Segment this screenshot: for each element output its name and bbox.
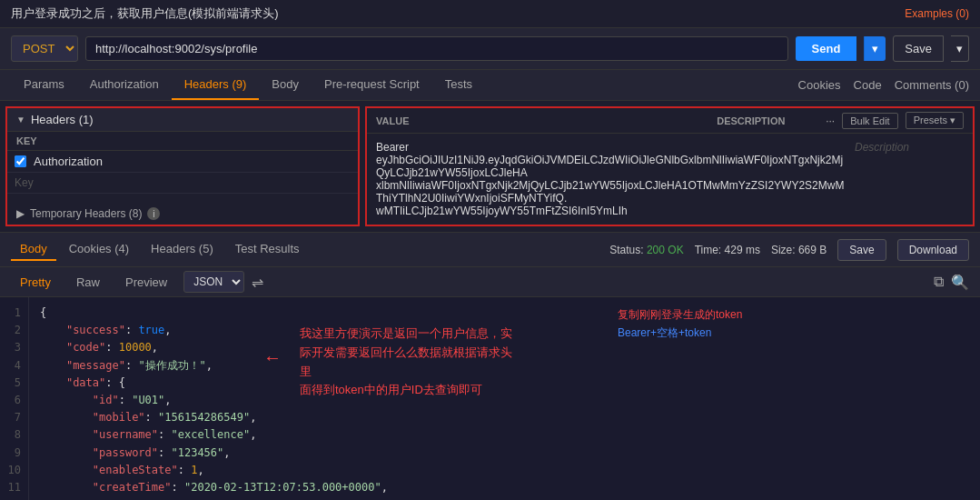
code-line-11: "createTime": "2020-02-13T12:07:53.000+0…: [40, 479, 969, 496]
description-placeholder[interactable]: Description: [855, 141, 964, 217]
code-area: 123456789101112 { "success": true, "code…: [0, 297, 980, 500]
format-tab-raw[interactable]: Raw: [67, 272, 109, 293]
header-row-authorization: Authorization: [7, 151, 358, 173]
authorization-checkbox[interactable]: [15, 155, 26, 167]
status-label: Status: 200 OK: [609, 244, 683, 256]
collapse-icon[interactable]: ▼: [16, 115, 25, 125]
examples-link[interactable]: Examples (0): [905, 7, 969, 20]
key-column-header: KEY: [16, 135, 349, 146]
response-tab-cookies[interactable]: Cookies (4): [60, 238, 138, 261]
code-line-8: "username": "excellence",: [40, 426, 969, 444]
tab-tests[interactable]: Tests: [432, 70, 485, 100]
method-select[interactable]: POST GET: [11, 35, 78, 62]
authorization-key: Authorization: [34, 155, 351, 168]
code-line-4: "message": "操作成功！",: [40, 357, 969, 375]
time-value: Time: 429 ms: [695, 244, 760, 256]
format-tab-preview[interactable]: Preview: [116, 272, 176, 293]
response-tab-headers[interactable]: Headers (5): [142, 238, 223, 261]
headers-panel-title: ▼ Headers (1): [7, 108, 358, 132]
headers-content-area: ▼ Headers (1) KEY Authorization Key ▶ Te…: [0, 101, 980, 233]
response-tab-tests[interactable]: Test Results: [226, 238, 309, 261]
cookies-link[interactable]: Cookies: [798, 78, 841, 92]
size-value: Size: 669 B: [771, 244, 827, 256]
tab-headers[interactable]: Headers (9): [172, 70, 260, 100]
tab-body[interactable]: Body: [259, 70, 312, 100]
headers-table-header: KEY: [7, 132, 358, 151]
expand-icon: ▶: [16, 207, 25, 220]
header-row-new: Key: [7, 173, 358, 194]
code-line-12: ...: [40, 496, 969, 500]
code-line-1: {: [40, 305, 969, 322]
response-tab-body[interactable]: Body: [11, 238, 56, 261]
request-tabs: Params Authorization Headers (9) Body Pr…: [0, 70, 980, 101]
value-column-header: VALUE: [376, 115, 717, 126]
url-bar: POST GET Send ▾ Save ▾: [0, 28, 980, 70]
request-title: 用户登录成功之后，获取用户信息(模拟前端请求头): [11, 5, 279, 22]
format-tab-pretty[interactable]: Pretty: [11, 272, 60, 293]
line-numbers: 123456789101112: [0, 297, 29, 500]
send-dropdown-button[interactable]: ▾: [864, 36, 886, 61]
key-placeholder[interactable]: Key: [15, 176, 351, 189]
headers-panel-label: Headers (1): [31, 113, 94, 126]
comments-link[interactable]: Comments (0): [895, 78, 969, 92]
headers-panel: ▼ Headers (1) KEY Authorization Key ▶ Te…: [5, 106, 360, 226]
presets-button[interactable]: Presets ▾: [906, 112, 964, 129]
tab-prerequest[interactable]: Pre-request Script: [312, 70, 432, 100]
save-response-button[interactable]: Save: [837, 239, 886, 261]
code-line-6: "id": "U01",: [40, 392, 969, 409]
temp-headers-label: Temporary Headers (8): [30, 207, 142, 220]
tab-authorization[interactable]: Authorization: [77, 70, 172, 100]
tab-params[interactable]: Params: [11, 70, 77, 100]
desc-column-header: DESCRIPTION: [717, 115, 826, 126]
code-link[interactable]: Code: [854, 78, 882, 92]
send-button[interactable]: Send: [796, 36, 857, 61]
code-content: { "success": true, "code": 10000, "messa…: [29, 297, 980, 500]
response-bar: Body Cookies (4) Headers (5) Test Result…: [0, 233, 980, 267]
copy-icon[interactable]: ⧉: [934, 274, 944, 291]
info-icon: i: [147, 207, 160, 220]
dots-menu[interactable]: ···: [826, 115, 835, 127]
format-select[interactable]: JSON HTML Text: [183, 271, 244, 293]
bulk-edit-button[interactable]: Bulk Edit: [842, 113, 897, 129]
save-dropdown-button[interactable]: ▾: [951, 35, 969, 62]
download-button[interactable]: Download: [897, 239, 969, 261]
value-panel: VALUE DESCRIPTION ··· Bulk Edit Presets …: [365, 106, 975, 226]
search-icon[interactable]: 🔍: [951, 274, 969, 291]
code-line-3: "code": 10000,: [40, 339, 969, 356]
authorization-value: Bearer eyJhbGciOiJIUzI1NiJ9.eyJqdGkiOiJV…: [376, 141, 846, 217]
code-line-7: "mobile": "156154286549",: [40, 409, 969, 426]
code-action-icons: ⧉ 🔍: [934, 274, 969, 291]
code-line-2: "success": true,: [40, 322, 969, 339]
code-line-9: "password": "123456",: [40, 445, 969, 462]
temp-headers[interactable]: ▶ Temporary Headers (8) i: [7, 203, 358, 225]
status-value: 200 OK: [647, 244, 684, 256]
value-panel-header: VALUE DESCRIPTION ··· Bulk Edit Presets …: [367, 108, 973, 134]
url-input[interactable]: [85, 36, 788, 61]
code-line-5: "data": {: [40, 375, 969, 392]
top-bar: 用户登录成功之后，获取用户信息(模拟前端请求头) Examples (0): [0, 0, 980, 28]
code-view-bar: Pretty Raw Preview JSON HTML Text ⇌ ⧉ 🔍: [0, 267, 980, 297]
format-icon[interactable]: ⇌: [252, 274, 263, 291]
save-button[interactable]: Save: [893, 35, 944, 62]
code-line-10: "enableState": 1,: [40, 462, 969, 479]
